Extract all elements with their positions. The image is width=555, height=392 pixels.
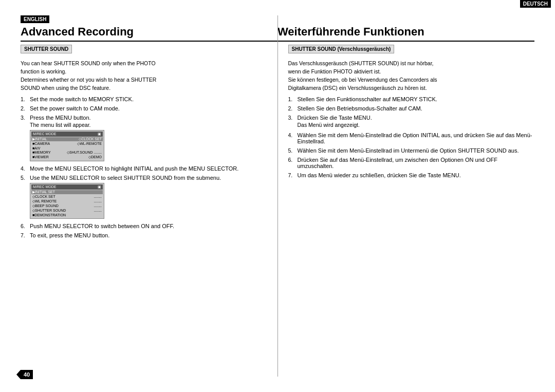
menu1-row-4: ■VIEWER◇DEMO — [31, 155, 103, 159]
section-header-right: SHUTTER SOUND (Verschlussgeräusch) — [288, 45, 395, 53]
r-step-1-text: Stellen Sie den Funktionsschalter auf ME… — [298, 96, 535, 102]
r-step-3: 3. Drücken Sie die Taste MENU. — [288, 115, 535, 121]
step-5-num: 5. — [21, 175, 28, 181]
step-6-text: Push MENU SELECTOR to switch between ON … — [30, 223, 267, 229]
title-left: Advanced Recording — [21, 25, 278, 39]
r-step-6-text: Drücken Sie auf das Menü-Einstellrad, um… — [298, 157, 535, 169]
intro-line-1: You can hear SHUTTER SOUND only when the… — [21, 60, 267, 68]
right-column: SHUTTER SOUND (Verschlussgeräusch) Das V… — [278, 45, 535, 241]
rintro-line-2: wenn die Funktion PHOTO aktiviert ist. — [288, 68, 535, 76]
section-intro-left: You can hear SHUTTER SOUND only when the… — [21, 60, 267, 92]
step-1: 1. Set the mode switch to MEMORY STICK. — [21, 96, 267, 102]
step-1-text: Set the mode switch to MEMORY STICK. — [30, 96, 267, 102]
r-step-3-num: 3. — [288, 115, 295, 121]
menu-image-1: M/REC MODE ▣ ▶INITIAL◇CLOCK SET ■CAMERA◇… — [30, 130, 104, 161]
menu1-row-1: ■CAMERA◇WL-REMOTE — [31, 142, 103, 146]
vertical-divider — [278, 15, 278, 377]
menu1-row-2: ■A/V — [31, 146, 103, 150]
step-7-text: To exit, press the MENU button. — [30, 232, 267, 238]
menu2-row-4: ◇SHUTTER SOUND........ — [31, 209, 103, 213]
step-7-num: 7. — [21, 232, 28, 238]
r-step-4-num: 4. — [288, 132, 295, 144]
intro-line-3: Determines whether or not you wish to he… — [21, 76, 267, 84]
rintro-line-4: Digitalkamera (DSC) ein Verschlussgeräus… — [288, 84, 535, 92]
r-step-4-text: Wählen Sie mit dem Menü-Einstellrad die … — [298, 132, 535, 144]
page-title-english: Advanced Recording — [21, 25, 278, 39]
r-step-6: 6. Drücken Sie auf das Menü-Einstellrad,… — [288, 157, 535, 169]
menu-image-2: M/REC MODE ▣ ▶INITIAL SET ◇CLOCK SET....… — [30, 183, 104, 219]
step-6-num: 6. — [21, 223, 28, 229]
step-5-text: Use the MENU SELECTOR to select SHUTTER … — [30, 175, 267, 181]
step-4-text: Move the MENU SELECTOR to highlight INIT… — [30, 165, 267, 172]
intro-line-4: SOUND when using the DSC feature. — [21, 84, 267, 92]
r-step-7-text: Um das Menü wieder zu schließen, drücken… — [298, 172, 535, 178]
step-3-num: 3. — [21, 115, 28, 121]
r-step-2: 2. Stellen Sie den Betriebsmodus-Schalte… — [288, 105, 535, 111]
step-5: 5. Use the MENU SELECTOR to select SHUTT… — [21, 175, 267, 181]
step-2-text: Set the power switch to CAM mode. — [30, 105, 267, 111]
menu2-title: M/REC MODE — [33, 185, 57, 189]
r-step-3-sub: Das Menü wird angezeigt. — [288, 122, 535, 128]
r-step-6-num: 6. — [288, 157, 295, 169]
step-3-text: Press the MENU button. — [30, 115, 267, 121]
step-1-num: 1. — [21, 96, 28, 102]
intro-line-2: function is working. — [21, 68, 267, 76]
menu2-row-0: ▶INITIAL SET — [31, 190, 103, 194]
r-step-7: 7. Um das Menü wieder zu schließen, drüc… — [288, 172, 535, 178]
r-step-7-num: 7. — [288, 172, 295, 178]
menu1-row-0: ▶INITIAL◇CLOCK SET — [31, 137, 103, 141]
r-step-5: 5. Wählen Sie mit dem Menü-Einstellrad i… — [288, 147, 535, 154]
r-step-1-num: 1. — [288, 96, 295, 102]
step-2: 2. Set the power switch to CAM mode. — [21, 105, 267, 111]
menu2-row-3: ◇BEEP SOUND........ — [31, 204, 103, 208]
step-6: 6. Push MENU SELECTOR to switch between … — [21, 223, 267, 229]
menu2-row-2: ◇WL REMOTE........ — [31, 199, 103, 203]
r-step-5-num: 5. — [288, 147, 295, 154]
r-step-1: 1. Stellen Sie den Funktionsschalter auf… — [288, 96, 535, 102]
r-step-2-num: 2. — [288, 105, 295, 111]
section-intro-right: Das Verschlussgeräusch (SHUTTER SOUND) i… — [288, 60, 535, 92]
step-7: 7. To exit, press the MENU button. — [21, 232, 267, 238]
english-badge: ENGLISH — [21, 15, 49, 23]
step-4: 4. Move the MENU SELECTOR to highlight I… — [21, 165, 267, 172]
menu1-title: M/REC MODE — [33, 132, 57, 136]
menu2-row-5: ■DEMONSTRATION — [31, 213, 103, 217]
r-step-4: 4. Wählen Sie mit dem Menü-Einstellrad d… — [288, 132, 535, 144]
rintro-line-3: Sie können festlegen, ob bei Verwendung … — [288, 76, 535, 84]
step-3: 3. Press the MENU button. — [21, 115, 267, 121]
step-2-num: 2. — [21, 105, 28, 111]
page-container: ENGLISH DEUTSCH Advanced Recording Weite… — [0, 0, 555, 392]
r-step-2-text: Stellen Sie den Betriebsmodus-Schalter a… — [298, 105, 535, 111]
section-header-left: SHUTTER SOUND — [21, 45, 72, 53]
page-title-deutsch: Weiterführende Funktionen — [278, 25, 534, 39]
left-column: SHUTTER SOUND You can hear SHUTTER SOUND… — [21, 45, 278, 241]
rintro-line-1: Das Verschlussgeräusch (SHUTTER SOUND) i… — [288, 60, 535, 68]
step-3-sub: The menu list will appear. — [21, 122, 267, 128]
menu2-row-1: ◇CLOCK SET........ — [31, 195, 103, 199]
r-step-5-text: Wählen Sie mit dem Menü-Einstellrad im U… — [298, 147, 535, 154]
page-number: 40 — [21, 370, 33, 379]
title-right: Weiterführende Funktionen — [278, 25, 534, 39]
step-4-num: 4. — [21, 165, 28, 172]
menu1-row-3: ■MEMORY◇SHUT.SOUND ........ — [31, 151, 103, 155]
r-step-3-text: Drücken Sie die Taste MENU. — [298, 115, 535, 121]
deutsch-badge: DEUTSCH — [520, 0, 551, 8]
